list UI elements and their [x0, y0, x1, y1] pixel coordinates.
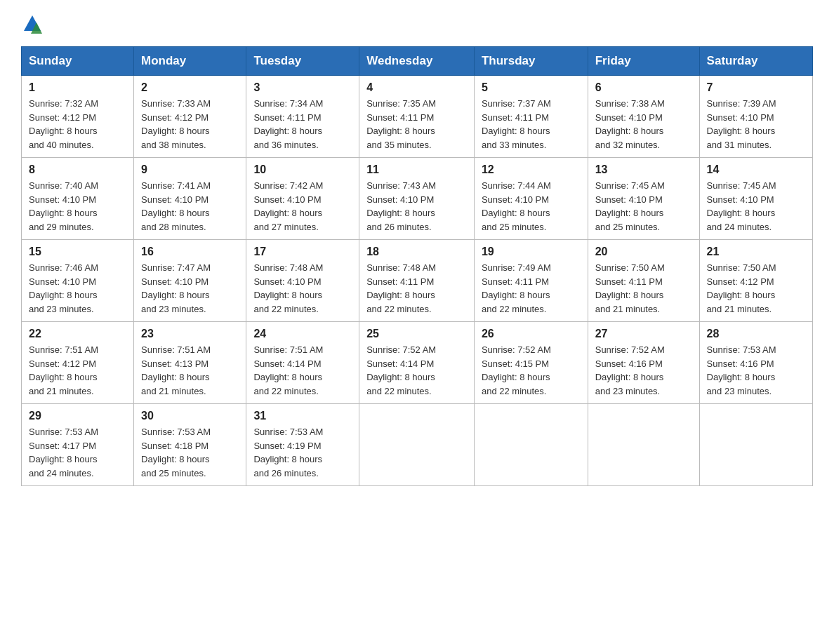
day-number: 1: [29, 81, 126, 94]
day-cell-2: 2 Sunrise: 7:33 AMSunset: 4:12 PMDayligh…: [134, 76, 246, 158]
day-info: Sunrise: 7:33 AMSunset: 4:12 PMDaylight:…: [141, 98, 211, 150]
day-number: 9: [141, 163, 239, 176]
col-header-thursday: Thursday: [474, 47, 588, 76]
day-number: 13: [595, 163, 692, 176]
day-info: Sunrise: 7:52 AMSunset: 4:14 PMDaylight:…: [366, 344, 436, 396]
day-cell-28: 28 Sunrise: 7:53 AMSunset: 4:16 PMDaylig…: [699, 322, 812, 404]
day-number: 19: [482, 246, 581, 258]
day-number: 22: [29, 328, 126, 340]
day-info: Sunrise: 7:41 AMSunset: 4:10 PMDaylight:…: [141, 180, 211, 232]
day-cell-31: 31 Sunrise: 7:53 AMSunset: 4:19 PMDaylig…: [246, 404, 359, 486]
day-cell-8: 8 Sunrise: 7:40 AMSunset: 4:10 PMDayligh…: [22, 158, 134, 240]
day-number: 14: [707, 163, 805, 176]
day-info: Sunrise: 7:39 AMSunset: 4:10 PMDaylight:…: [707, 98, 776, 150]
day-info: Sunrise: 7:53 AMSunset: 4:18 PMDaylight:…: [141, 427, 211, 478]
day-cell-4: 4 Sunrise: 7:35 AMSunset: 4:11 PMDayligh…: [359, 76, 475, 158]
day-cell-29: 29 Sunrise: 7:53 AMSunset: 4:17 PMDaylig…: [22, 404, 134, 486]
day-number: 2: [141, 81, 239, 94]
day-info: Sunrise: 7:37 AMSunset: 4:11 PMDaylight:…: [482, 98, 551, 150]
day-cell-22: 22 Sunrise: 7:51 AMSunset: 4:12 PMDaylig…: [22, 322, 134, 404]
day-cell-5: 5 Sunrise: 7:37 AMSunset: 4:11 PMDayligh…: [474, 76, 588, 158]
col-header-saturday: Saturday: [699, 47, 812, 76]
day-cell-14: 14 Sunrise: 7:45 AMSunset: 4:10 PMDaylig…: [699, 158, 812, 240]
day-number: 11: [366, 163, 467, 176]
day-cell-12: 12 Sunrise: 7:44 AMSunset: 4:10 PMDaylig…: [474, 158, 588, 240]
col-header-wednesday: Wednesday: [359, 47, 475, 76]
day-number: 23: [141, 328, 239, 340]
day-info: Sunrise: 7:34 AMSunset: 4:11 PMDaylight:…: [253, 98, 323, 150]
day-cell-16: 16 Sunrise: 7:47 AMSunset: 4:10 PMDaylig…: [134, 240, 246, 322]
day-cell-3: 3 Sunrise: 7:34 AMSunset: 4:11 PMDayligh…: [246, 76, 359, 158]
calendar-header-row: SundayMondayTuesdayWednesdayThursdayFrid…: [22, 47, 813, 76]
day-info: Sunrise: 7:51 AMSunset: 4:14 PMDaylight:…: [253, 344, 323, 396]
day-info: Sunrise: 7:42 AMSunset: 4:10 PMDaylight:…: [253, 180, 323, 232]
day-info: Sunrise: 7:52 AMSunset: 4:16 PMDaylight:…: [595, 344, 665, 396]
day-number: 8: [29, 163, 126, 176]
day-info: Sunrise: 7:35 AMSunset: 4:11 PMDaylight:…: [366, 98, 436, 150]
day-number: 21: [707, 246, 805, 258]
empty-cell: [474, 404, 588, 486]
day-number: 20: [595, 246, 692, 258]
day-cell-24: 24 Sunrise: 7:51 AMSunset: 4:14 PMDaylig…: [246, 322, 359, 404]
day-cell-10: 10 Sunrise: 7:42 AMSunset: 4:10 PMDaylig…: [246, 158, 359, 240]
day-cell-1: 1 Sunrise: 7:32 AMSunset: 4:12 PMDayligh…: [22, 76, 134, 158]
day-cell-15: 15 Sunrise: 7:46 AMSunset: 4:10 PMDaylig…: [22, 240, 134, 322]
col-header-friday: Friday: [588, 47, 699, 76]
week-row-2: 8 Sunrise: 7:40 AMSunset: 4:10 PMDayligh…: [22, 158, 813, 240]
day-info: Sunrise: 7:53 AMSunset: 4:16 PMDaylight:…: [707, 344, 776, 396]
week-row-4: 22 Sunrise: 7:51 AMSunset: 4:12 PMDaylig…: [22, 322, 813, 404]
day-info: Sunrise: 7:43 AMSunset: 4:10 PMDaylight:…: [366, 180, 436, 232]
calendar-table: SundayMondayTuesdayWednesdayThursdayFrid…: [21, 46, 813, 486]
col-header-tuesday: Tuesday: [246, 47, 359, 76]
day-cell-26: 26 Sunrise: 7:52 AMSunset: 4:15 PMDaylig…: [474, 322, 588, 404]
day-info: Sunrise: 7:45 AMSunset: 4:10 PMDaylight:…: [595, 180, 665, 232]
day-number: 15: [29, 246, 126, 258]
day-cell-19: 19 Sunrise: 7:49 AMSunset: 4:11 PMDaylig…: [474, 240, 588, 322]
day-number: 18: [366, 246, 467, 258]
day-cell-18: 18 Sunrise: 7:48 AMSunset: 4:11 PMDaylig…: [359, 240, 475, 322]
day-info: Sunrise: 7:52 AMSunset: 4:15 PMDaylight:…: [482, 344, 551, 396]
day-info: Sunrise: 7:48 AMSunset: 4:10 PMDaylight:…: [253, 262, 323, 314]
col-header-sunday: Sunday: [22, 47, 134, 76]
day-info: Sunrise: 7:49 AMSunset: 4:11 PMDaylight:…: [482, 262, 551, 314]
day-number: 16: [141, 246, 239, 258]
day-number: 10: [253, 163, 352, 176]
logo-icon: [22, 14, 42, 34]
week-row-3: 15 Sunrise: 7:46 AMSunset: 4:10 PMDaylig…: [22, 240, 813, 322]
day-number: 28: [707, 328, 805, 340]
logo: [21, 17, 42, 34]
empty-cell: [699, 404, 812, 486]
day-cell-30: 30 Sunrise: 7:53 AMSunset: 4:18 PMDaylig…: [134, 404, 246, 486]
day-info: Sunrise: 7:53 AMSunset: 4:19 PMDaylight:…: [253, 427, 323, 478]
day-number: 31: [253, 410, 352, 422]
day-info: Sunrise: 7:46 AMSunset: 4:10 PMDaylight:…: [29, 262, 98, 314]
day-number: 4: [366, 81, 467, 94]
day-cell-23: 23 Sunrise: 7:51 AMSunset: 4:13 PMDaylig…: [134, 322, 246, 404]
day-number: 6: [595, 81, 692, 94]
day-cell-7: 7 Sunrise: 7:39 AMSunset: 4:10 PMDayligh…: [699, 76, 812, 158]
day-number: 26: [482, 328, 581, 340]
day-cell-27: 27 Sunrise: 7:52 AMSunset: 4:16 PMDaylig…: [588, 322, 699, 404]
empty-cell: [588, 404, 699, 486]
day-cell-20: 20 Sunrise: 7:50 AMSunset: 4:11 PMDaylig…: [588, 240, 699, 322]
day-number: 30: [141, 410, 239, 422]
day-number: 3: [253, 81, 352, 94]
day-number: 25: [366, 328, 467, 340]
page-header: [21, 17, 813, 34]
day-info: Sunrise: 7:47 AMSunset: 4:10 PMDaylight:…: [141, 262, 211, 314]
day-info: Sunrise: 7:51 AMSunset: 4:13 PMDaylight:…: [141, 344, 211, 396]
day-info: Sunrise: 7:44 AMSunset: 4:10 PMDaylight:…: [482, 180, 551, 232]
col-header-monday: Monday: [134, 47, 246, 76]
day-info: Sunrise: 7:48 AMSunset: 4:11 PMDaylight:…: [366, 262, 436, 314]
day-number: 29: [29, 410, 126, 422]
day-number: 27: [595, 328, 692, 340]
empty-cell: [359, 404, 475, 486]
day-cell-13: 13 Sunrise: 7:45 AMSunset: 4:10 PMDaylig…: [588, 158, 699, 240]
day-cell-25: 25 Sunrise: 7:52 AMSunset: 4:14 PMDaylig…: [359, 322, 475, 404]
day-info: Sunrise: 7:50 AMSunset: 4:12 PMDaylight:…: [707, 262, 776, 314]
day-cell-21: 21 Sunrise: 7:50 AMSunset: 4:12 PMDaylig…: [699, 240, 812, 322]
day-cell-9: 9 Sunrise: 7:41 AMSunset: 4:10 PMDayligh…: [134, 158, 246, 240]
day-info: Sunrise: 7:40 AMSunset: 4:10 PMDaylight:…: [29, 180, 98, 232]
day-info: Sunrise: 7:38 AMSunset: 4:10 PMDaylight:…: [595, 98, 665, 150]
day-cell-17: 17 Sunrise: 7:48 AMSunset: 4:10 PMDaylig…: [246, 240, 359, 322]
